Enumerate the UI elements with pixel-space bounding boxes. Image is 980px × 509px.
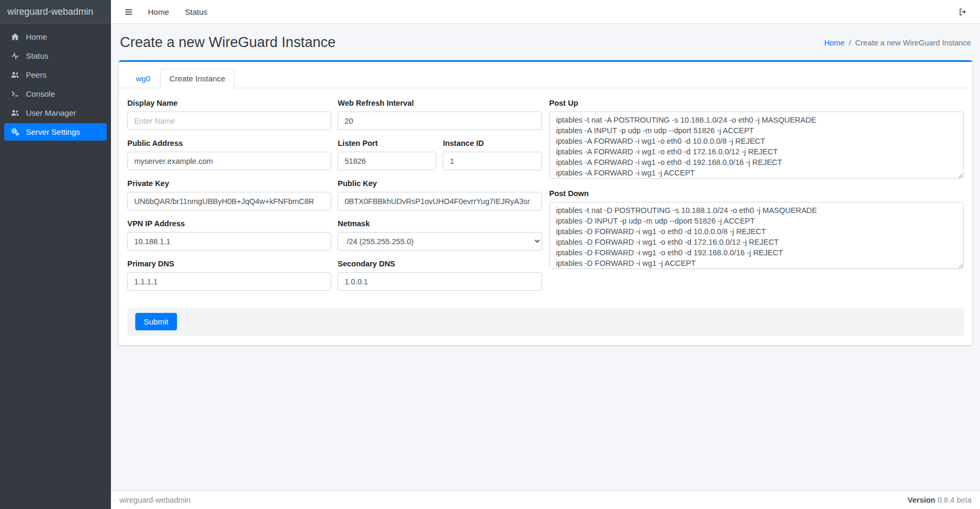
public-key-label: Public Key bbox=[338, 179, 542, 188]
instance-form: Display Name Web Refresh Interval bbox=[127, 99, 964, 300]
footer-version-label: Version bbox=[908, 496, 935, 504]
sidebar-item-label: User Manager bbox=[26, 108, 76, 117]
logout-icon bbox=[958, 7, 967, 16]
instance-form-body: Display Name Web Refresh Interval bbox=[119, 88, 972, 345]
breadcrumb-separator: / bbox=[849, 39, 851, 47]
breadcrumb: Home / Create a new WireGuard Instance bbox=[824, 39, 971, 47]
top-navbar: Home Status bbox=[111, 0, 980, 24]
sidebar-item-label: Server Settings bbox=[26, 127, 80, 136]
console-icon bbox=[10, 89, 20, 98]
sidebar-item-label: Console bbox=[26, 89, 55, 98]
sidebar-menu: Home Status Peers Console bbox=[0, 24, 111, 146]
public-address-label: Public Address bbox=[127, 139, 331, 147]
public-key-input[interactable] bbox=[338, 192, 542, 210]
post-up-label: Post Up bbox=[549, 99, 964, 107]
secondary-dns-label: Secondary DNS bbox=[338, 260, 542, 268]
display-name-input[interactable] bbox=[127, 112, 331, 130]
brand-link[interactable]: wireguard-webadmin bbox=[0, 0, 111, 24]
web-refresh-interval-input[interactable] bbox=[338, 112, 542, 130]
sidebar-item-status[interactable]: Status bbox=[4, 47, 107, 64]
app-root: wireguard-webadmin Home Status Peers bbox=[0, 0, 980, 509]
form-left-column: Display Name Web Refresh Interval bbox=[127, 99, 542, 300]
users-icon bbox=[10, 108, 20, 117]
footer-version-value: 0.8.4 beta bbox=[938, 496, 972, 504]
page-title: Create a new WireGuard Instance bbox=[120, 34, 335, 51]
brand-text: wireguard-webadmin bbox=[7, 6, 93, 17]
sidebar: wireguard-webadmin Home Status Peers bbox=[0, 0, 111, 509]
breadcrumb-home-link[interactable]: Home bbox=[824, 39, 845, 47]
navbar-link-home[interactable]: Home bbox=[141, 3, 176, 21]
breadcrumb-current: Create a new WireGuard Instance bbox=[855, 39, 971, 47]
peers-icon bbox=[10, 70, 20, 79]
sidebar-item-label: Peers bbox=[26, 70, 46, 79]
content-header: Create a new WireGuard Instance Home / C… bbox=[119, 31, 972, 60]
status-icon bbox=[10, 51, 20, 60]
navbar-link-status[interactable]: Status bbox=[178, 3, 214, 21]
vpn-ip-label: VPN IP Address bbox=[127, 219, 331, 228]
netmask-select[interactable]: /24 (255.255.255.0) bbox=[338, 232, 542, 251]
sidebar-toggle-button[interactable] bbox=[118, 3, 139, 21]
instance-id-label: Instance ID bbox=[443, 139, 542, 147]
submit-button[interactable]: Submit bbox=[135, 313, 177, 330]
tab-create-instance[interactable]: Create Instance bbox=[160, 69, 235, 88]
page-footer: wireguard-webadmin Version 0.8.4 beta bbox=[111, 491, 980, 509]
post-up-textarea[interactable]: iptables -t nat -A POSTROUTING -s 10.188… bbox=[549, 112, 964, 179]
tab-wg0[interactable]: wg0 bbox=[126, 69, 160, 88]
listen-port-input[interactable] bbox=[338, 152, 436, 170]
sidebar-item-server-settings[interactable]: Server Settings bbox=[4, 123, 107, 141]
content-wrapper: Create a new WireGuard Instance Home / C… bbox=[111, 24, 980, 491]
post-down-label: Post Down bbox=[549, 189, 964, 198]
sidebar-item-home[interactable]: Home bbox=[4, 28, 107, 45]
logout-button[interactable] bbox=[953, 3, 973, 21]
primary-dns-label: Primary DNS bbox=[127, 260, 331, 268]
home-icon bbox=[10, 32, 20, 41]
primary-dns-input[interactable] bbox=[127, 272, 331, 291]
gears-icon bbox=[10, 127, 20, 136]
hamburger-icon bbox=[124, 7, 133, 16]
display-name-label: Display Name bbox=[127, 99, 331, 107]
netmask-label: Netmask bbox=[338, 219, 542, 228]
secondary-dns-input[interactable] bbox=[338, 272, 542, 291]
form-right-column: Post Up iptables -t nat -A POSTROUTING -… bbox=[549, 99, 964, 280]
sidebar-item-label: Home bbox=[26, 32, 47, 41]
main-column: Home Status Create a new WireGuard Insta… bbox=[111, 0, 980, 509]
sidebar-item-peers[interactable]: Peers bbox=[4, 66, 107, 84]
listen-port-label: Listen Port bbox=[338, 139, 436, 147]
sidebar-item-label: Status bbox=[26, 51, 49, 60]
instance-card: wg0 Create Instance Display Name bbox=[119, 60, 972, 345]
vpn-ip-input[interactable] bbox=[127, 232, 331, 251]
web-refresh-interval-label: Web Refresh Interval bbox=[338, 99, 542, 107]
post-down-textarea[interactable]: iptables -t nat -D POSTROUTING -s 10.188… bbox=[549, 202, 964, 269]
footer-brand: wireguard-webadmin bbox=[119, 496, 191, 504]
private-key-input[interactable] bbox=[127, 192, 331, 210]
instance-tabs: wg0 Create Instance bbox=[119, 62, 972, 88]
public-address-input[interactable] bbox=[127, 152, 331, 170]
sidebar-item-user-manager[interactable]: User Manager bbox=[4, 104, 107, 122]
instance-id-input[interactable] bbox=[443, 152, 542, 170]
sidebar-item-console[interactable]: Console bbox=[4, 85, 107, 103]
private-key-label: Private Key bbox=[127, 179, 331, 188]
footer-version: Version 0.8.4 beta bbox=[908, 496, 972, 504]
submit-bar: Submit bbox=[127, 308, 964, 336]
